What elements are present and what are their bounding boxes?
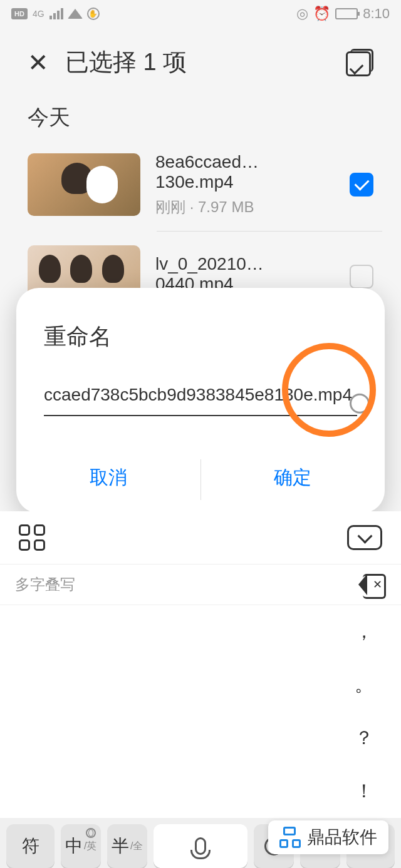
selection-title: 已选择 1 项 (65, 46, 187, 78)
lang-key[interactable]: 中/英 (61, 824, 101, 868)
file-name: 8ea6ccaed…130e.mp4 (155, 152, 335, 192)
confirm-button[interactable]: 确定 (200, 446, 385, 513)
backspace-icon[interactable]: ✕ (358, 574, 386, 595)
keyboard-apps-icon[interactable] (19, 524, 45, 551)
selection-header: ✕ 已选择 1 项 (0, 28, 401, 97)
eye-icon: ◎ (296, 6, 308, 22)
alarm-icon: ⏰ (313, 6, 330, 22)
text-cursor-icon (350, 394, 370, 414)
hd-icon: HD (11, 8, 28, 19)
file-checkbox[interactable] (350, 265, 373, 288)
rename-dialog: 重命名 取消 确定 (16, 288, 385, 513)
punctuation-column: ， 。 ？ ！ (0, 605, 401, 818)
file-checkbox[interactable] (350, 173, 373, 197)
keyboard-collapse-icon[interactable] (347, 525, 382, 550)
video-thumbnail (28, 153, 140, 216)
space-key[interactable] (154, 824, 247, 868)
mic-icon (195, 837, 206, 855)
signal-icon (49, 8, 63, 19)
select-all-button[interactable] (346, 49, 373, 76)
clock-time: 8:10 (363, 6, 390, 22)
watermark-text: 鼎品软件 (307, 825, 377, 849)
wifi-icon (68, 9, 82, 19)
punct-key[interactable]: ！ (355, 765, 373, 818)
punct-key[interactable]: 。 (355, 658, 373, 712)
keyboard: 多字叠写 ✕ ， 。 ？ ！ 符 中/英 半/全 123 换行 (0, 511, 401, 868)
punct-key[interactable]: ？ (355, 712, 373, 765)
file-meta: 刚刚 · 7.97 MB (155, 197, 335, 217)
rename-input[interactable] (44, 375, 357, 416)
handwriting-hint: 多字叠写 (15, 574, 75, 595)
palm-icon: ✋ (87, 8, 100, 20)
close-icon[interactable]: ✕ (28, 48, 49, 77)
divider (157, 231, 382, 232)
width-key[interactable]: 半/全 (107, 824, 147, 868)
globe-icon (86, 828, 96, 838)
file-item[interactable]: 8ea6ccaed…130e.mp4 刚刚 · 7.97 MB (19, 145, 382, 225)
punct-key[interactable]: ， (355, 605, 373, 658)
status-bar: HD 4G ✋ ◎ ⏰ 8:10 (0, 0, 401, 28)
symbol-key[interactable]: 符 (6, 824, 55, 868)
watermark-logo-icon (279, 827, 301, 848)
network-label: 4G (33, 9, 44, 19)
date-section-header: 今天 (0, 97, 401, 145)
dialog-title: 重命名 (16, 313, 385, 375)
watermark-badge: 鼎品软件 (268, 820, 388, 854)
cancel-button[interactable]: 取消 (16, 446, 200, 513)
battery-icon (335, 8, 358, 19)
